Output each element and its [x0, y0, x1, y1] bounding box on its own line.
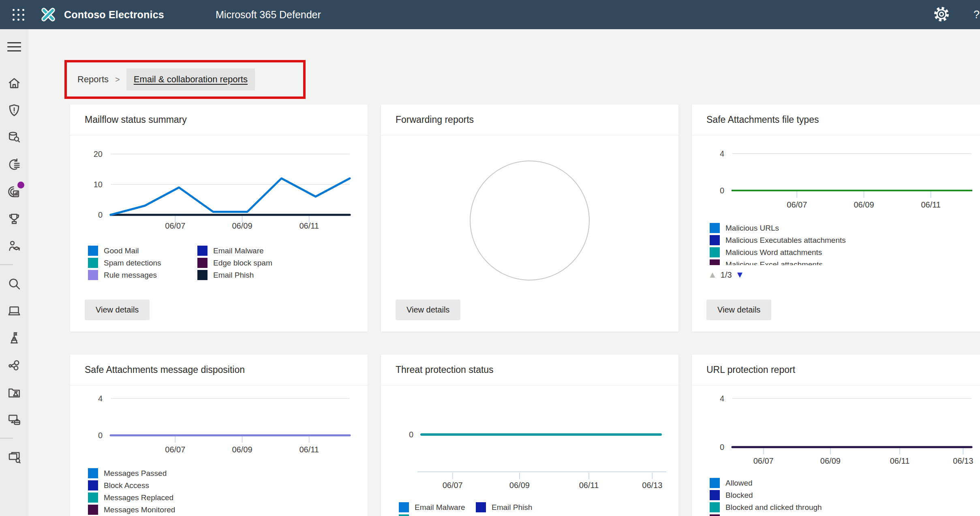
- legend-item: Malicious Word attachments: [710, 247, 980, 257]
- sidebar-item-windows-search[interactable]: [0, 443, 28, 471]
- card-mailflow-status-summary: Mailflow status summary 0102006/0706/090…: [70, 105, 368, 332]
- chart-legend: Good MailEmail MalwareSpam detectionsEdg…: [70, 246, 368, 280]
- home-icon: [7, 76, 21, 90]
- settings-gear-icon[interactable]: [932, 5, 951, 24]
- svg-text:4: 4: [720, 149, 724, 158]
- shield-alert-icon: [7, 103, 21, 118]
- hunting-database-icon: [7, 130, 21, 145]
- sidebar-item-graph-nodes[interactable]: [0, 351, 28, 379]
- legend-item: Edge block spam: [197, 258, 368, 268]
- legend-label: Email Phish: [492, 503, 532, 512]
- breadcrumb-current-link[interactable]: Email & collaboration reports: [126, 69, 255, 90]
- legend-label: Rule messages: [104, 271, 157, 280]
- chart-legend: Email MalwareEmail Phish: [381, 502, 678, 516]
- sidebar-item-search[interactable]: [0, 270, 28, 297]
- legend-swatch: [197, 270, 208, 280]
- breadcrumb-chevron-icon: >: [115, 75, 120, 84]
- legend-label: Email Malware: [415, 503, 465, 512]
- legend-label: Blocked and clicked through: [725, 503, 822, 512]
- legend-item: Rule messages: [88, 270, 197, 280]
- history-list-icon: [7, 157, 21, 172]
- pager-up-icon[interactable]: ▲: [708, 270, 717, 280]
- legend-label: Edge block spam: [213, 259, 272, 268]
- svg-text:06/11: 06/11: [921, 200, 941, 209]
- legend-swatch: [710, 235, 720, 245]
- sidebar-item-lab-folder[interactable]: [0, 379, 28, 406]
- castle-flag-icon: [7, 331, 21, 345]
- help-icon[interactable]: ?: [971, 0, 980, 29]
- sidebar-item-castle-flag[interactable]: [0, 324, 28, 351]
- legend-label: Messages Replaced: [104, 493, 173, 502]
- mailflow-line-chart: 0102006/0706/0906/11: [70, 135, 368, 246]
- sidebar-item-device-toolbox[interactable]: [0, 406, 28, 433]
- legend-swatch: [710, 478, 720, 488]
- legend-label: Messages Passed: [104, 469, 167, 478]
- legend-swatch: [710, 223, 720, 233]
- legend-swatch: [88, 258, 98, 268]
- left-nav-rail: [0, 29, 28, 516]
- sidebar-item-learning-person[interactable]: [0, 232, 28, 259]
- chart-legend: Messages PassedBlock AccessMessages Repl…: [70, 468, 368, 515]
- legend-label: Malicious Executables attachments: [725, 236, 846, 245]
- card-title: Forwarding reports: [381, 105, 678, 135]
- sidebar-item-laptop[interactable]: [0, 297, 28, 324]
- sidebar-item-history-list[interactable]: [0, 151, 28, 178]
- legend-item: Messages Monitored: [88, 505, 368, 515]
- view-details-button[interactable]: View details: [85, 300, 150, 320]
- svg-text:0: 0: [98, 210, 103, 219]
- legend-swatch: [710, 514, 720, 516]
- threat-protection-line-chart: 006/0706/0906/1106/13: [381, 385, 678, 502]
- legend-label: Email Malware: [213, 246, 264, 255]
- legend-label: Block Access: [104, 481, 149, 490]
- pager-down-icon[interactable]: ▼: [736, 270, 745, 280]
- notification-badge: [17, 182, 24, 188]
- svg-text:06/07: 06/07: [165, 445, 185, 454]
- legend-swatch: [399, 514, 409, 516]
- legend-label: Email Phish: [213, 271, 254, 280]
- legend-item: Messages Passed: [88, 468, 368, 478]
- legend-item: Malicious URLs: [710, 223, 980, 233]
- report-cards-grid: Mailflow status summary 0102006/0706/090…: [70, 105, 980, 516]
- sidebar-item-trophy[interactable]: [0, 205, 28, 232]
- svg-text:06/11: 06/11: [299, 221, 319, 230]
- legend-label: Spam detections: [104, 259, 161, 268]
- legend-label: Allowed: [725, 479, 753, 488]
- sidebar-item-shield-alert[interactable]: [0, 96, 28, 124]
- product-title: Microsoft 365 Defender: [216, 0, 321, 29]
- svg-text:06/07: 06/07: [165, 221, 185, 230]
- sidebar-divider: [0, 438, 13, 439]
- graph-nodes-icon: [7, 358, 21, 373]
- legend-label: Messages Monitored: [104, 505, 175, 514]
- svg-text:06/07: 06/07: [443, 481, 463, 490]
- svg-text:0: 0: [720, 443, 724, 452]
- legend-swatch: [476, 502, 486, 512]
- card-title: Mailflow status summary: [70, 105, 368, 135]
- trophy-icon: [7, 212, 21, 226]
- svg-text:06/07: 06/07: [787, 200, 807, 209]
- svg-text:20: 20: [94, 150, 103, 158]
- legend-item: [399, 514, 476, 516]
- top-app-bar: Contoso Electronics Microsoft 365 Defend…: [0, 0, 980, 29]
- sidebar-item-home[interactable]: [0, 69, 28, 96]
- svg-text:06/09: 06/09: [509, 481, 530, 490]
- legend-item: Blocked and clicked through: [710, 502, 980, 512]
- card-forwarding-reports: Forwarding reports View details: [381, 105, 678, 332]
- menu-hamburger-icon[interactable]: [5, 39, 24, 54]
- breadcrumb-reports-link[interactable]: Reports: [77, 74, 109, 85]
- legend-swatch: [88, 246, 98, 256]
- legend-pager: ▲ 1/3 ▼: [692, 270, 980, 280]
- svg-text:06/13: 06/13: [953, 456, 973, 465]
- lab-folder-icon: [7, 385, 21, 400]
- app-launcher-icon[interactable]: [9, 5, 28, 24]
- view-details-button[interactable]: View details: [396, 300, 460, 320]
- sidebar-item-report-analytics[interactable]: [0, 178, 28, 205]
- view-details-button[interactable]: View details: [706, 300, 771, 320]
- search-icon: [7, 276, 21, 291]
- waffle-dots: [13, 9, 24, 21]
- sidebar-item-hunting-database[interactable]: [0, 124, 28, 151]
- card-threat-protection-status: Threat protection status 006/0706/0906/1…: [381, 355, 678, 516]
- legend-item: Block Access: [88, 480, 368, 490]
- card-safe-attachments-file-types: Safe Attachments file types 0406/0706/09…: [692, 105, 980, 332]
- svg-text:06/09: 06/09: [820, 456, 841, 465]
- legend-item: Malicious Excel attachments: [710, 259, 980, 265]
